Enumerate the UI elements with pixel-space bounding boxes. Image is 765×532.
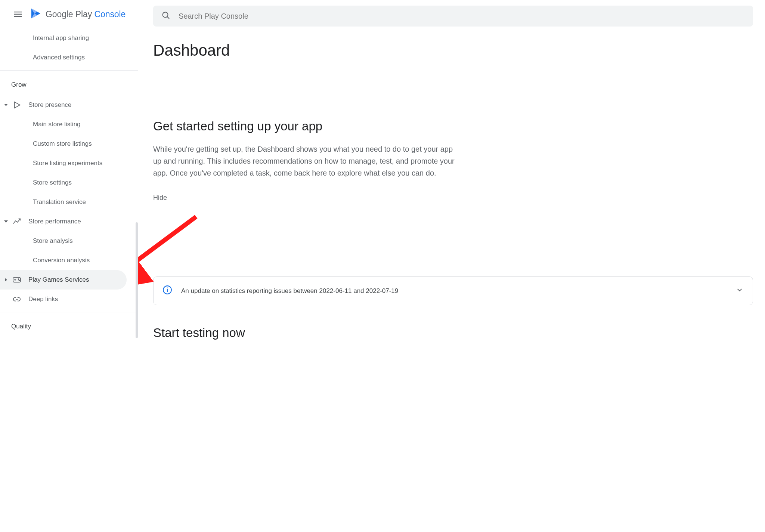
caret-down-icon	[2, 220, 10, 223]
section-heading-start-testing: Start testing now	[153, 326, 750, 340]
svg-marker-6	[5, 278, 7, 282]
sidebar-item-play-games-services[interactable]: Play Games Services	[0, 270, 127, 290]
sidebar-item-translation-service[interactable]: Translation service	[0, 192, 138, 212]
info-banner-text: An update on statistics reporting issues…	[181, 287, 398, 295]
sidebar: Google Play Console Internal app sharing…	[0, 0, 138, 532]
sidebar-item-store-analysis[interactable]: Store analysis	[0, 231, 138, 251]
nav-label: Play Games Services	[28, 276, 89, 284]
trend-icon	[13, 217, 22, 226]
search-input[interactable]	[179, 12, 745, 21]
nav-label: Deep links	[28, 296, 58, 303]
nav-label: Store performance	[28, 218, 81, 225]
svg-line-18	[138, 217, 196, 271]
gamepad-icon	[13, 277, 22, 283]
svg-marker-5	[4, 220, 8, 223]
section-description: While you're getting set up, the Dashboa…	[153, 143, 459, 179]
section-heading-get-started: Get started setting up your app	[153, 119, 750, 133]
search-icon	[161, 11, 170, 21]
main-content: Dashboard Get started setting up your ap…	[138, 0, 765, 532]
sidebar-item-store-presence[interactable]: Store presence	[0, 95, 138, 115]
svg-point-12	[163, 12, 168, 18]
sidebar-item-advanced-settings[interactable]: Advanced settings	[0, 48, 138, 67]
sidebar-item-custom-store-listings[interactable]: Custom store listings	[0, 134, 138, 154]
chevron-down-icon	[735, 286, 744, 296]
svg-line-13	[167, 17, 169, 19]
brand-logo[interactable]: Google Play Console	[30, 7, 126, 21]
nav-label: Store presence	[28, 101, 71, 109]
sidebar-item-store-performance[interactable]: Store performance	[0, 212, 138, 231]
store-presence-icon	[13, 101, 22, 109]
caret-right-icon	[2, 278, 10, 282]
hide-link[interactable]: Hide	[153, 194, 167, 202]
topbar: Google Play Console	[0, 0, 138, 28]
sidebar-item-deep-links[interactable]: Deep links	[0, 290, 138, 309]
svg-point-10	[18, 279, 19, 279]
hamburger-menu-icon[interactable]	[13, 9, 23, 19]
svg-point-11	[19, 280, 20, 281]
play-console-icon	[30, 7, 42, 21]
svg-marker-4	[15, 102, 20, 108]
section-label-grow: Grow	[0, 71, 138, 95]
sidebar-item-store-settings[interactable]: Store settings	[0, 173, 138, 192]
search-bar[interactable]	[153, 6, 753, 27]
brand-text: Google Play Console	[46, 9, 126, 19]
svg-point-16	[167, 288, 168, 288]
section-label-quality: Quality	[0, 312, 138, 337]
sidebar-item-store-listing-experiments[interactable]: Store listing experiments	[0, 154, 138, 173]
svg-marker-3	[4, 104, 8, 106]
info-icon	[162, 285, 172, 297]
page-title: Dashboard	[153, 41, 765, 59]
link-icon	[13, 295, 22, 303]
sidebar-item-main-store-listing[interactable]: Main store listing	[0, 115, 138, 134]
caret-down-icon	[2, 103, 10, 107]
sidebar-item-conversion-analysis[interactable]: Conversion analysis	[0, 251, 138, 270]
info-banner[interactable]: An update on statistics reporting issues…	[153, 276, 753, 305]
sidebar-item-internal-app-sharing[interactable]: Internal app sharing	[0, 28, 138, 48]
scrollbar[interactable]	[136, 222, 138, 338]
